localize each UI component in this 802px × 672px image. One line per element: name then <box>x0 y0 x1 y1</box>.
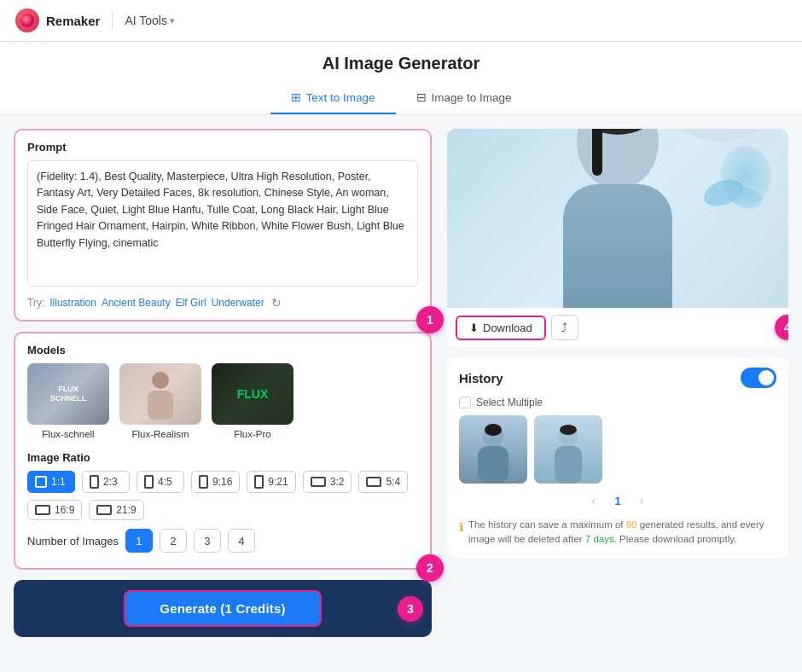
ratio-btn-1-1[interactable]: 1:1 <box>27 471 75 493</box>
prompt-label: Prompt <box>27 141 418 154</box>
person-silhouette <box>139 368 182 420</box>
ratio-label-16-9: 16:9 <box>55 504 74 516</box>
ratio-label-1-1: 1:1 <box>51 476 66 488</box>
ratio-btn-4-5[interactable]: 4:5 <box>137 471 184 493</box>
svg-rect-21 <box>555 446 582 484</box>
model-name-flux-schnell: Flux-schnell <box>42 429 94 439</box>
tab-image-to-image[interactable]: ⊟ Image to Image <box>396 84 532 114</box>
history-header: History <box>459 368 776 388</box>
history-thumb-1-svg <box>459 415 527 484</box>
num-btn-4[interactable]: 4 <box>228 529 255 553</box>
generated-image-svg <box>447 129 788 308</box>
generate-button[interactable]: Generate (1 Credits) <box>124 590 321 627</box>
try-tag-elf-girl[interactable]: Elf Girl <box>176 297 206 309</box>
ratio-box-icon <box>199 475 208 489</box>
num-btn-2[interactable]: 2 <box>160 529 187 553</box>
history-info-prefix: The history can save a maximum of <box>468 519 626 530</box>
svg-point-22 <box>560 425 577 435</box>
model-card-flux-pro[interactable]: FLUX Flux-Pro <box>212 363 293 439</box>
ratio-btn-21-9[interactable]: 21:9 <box>89 500 143 520</box>
tab-text-to-image-label: Text to Image <box>306 91 375 104</box>
ratio-label-9-21: 9:21 <box>268 476 288 488</box>
try-label: Try: <box>27 297 44 309</box>
ratio-grid: 1:1 2:3 4:5 9:16 9:21 <box>27 471 418 520</box>
history-pagination: ‹ 1 › <box>459 492 776 509</box>
history-info-text: The history can save a maximum of 80 gen… <box>468 518 776 547</box>
image-download-bar: ⬇ Download ⤴ 4 <box>447 308 788 347</box>
prompt-section: Prompt (Fidelity: 1.4), Best Quality, Ma… <box>14 129 432 322</box>
nav-tools[interactable]: AI Tools ▾ <box>125 14 175 27</box>
models-grid: FLUXSCHNELL Flux-schnell F <box>27 363 418 439</box>
select-multiple-checkbox[interactable] <box>459 397 471 408</box>
flux-schnell-text: FLUXSCHNELL <box>50 385 87 403</box>
page-number: 1 <box>609 495 626 507</box>
ratio-btn-9-16[interactable]: 9:16 <box>191 471 240 493</box>
ratio-label-21-9: 21:9 <box>116 504 136 516</box>
history-info-suffix: . Please download promptly. <box>614 534 737 544</box>
ratio-box-icon <box>366 477 381 487</box>
ratio-box-icon <box>90 475 99 489</box>
nav-divider <box>112 11 113 30</box>
refresh-icon[interactable]: ↻ <box>271 296 282 310</box>
history-info-days: 7 days <box>585 534 614 544</box>
page-prev-arrow[interactable]: ‹ <box>586 492 601 509</box>
model-card-flux-realism[interactable]: Flux-Realism <box>119 363 201 439</box>
share-button[interactable]: ⤴ <box>551 315 578 340</box>
history-title: History <box>459 371 503 385</box>
num-images-row: Number of Images 1 2 3 4 <box>27 529 418 553</box>
badge-3: 3 <box>398 596 423 622</box>
select-multiple-label: Select Multiple <box>476 397 543 408</box>
page-next-arrow[interactable]: › <box>635 492 649 509</box>
flux-pro-text: FLUX <box>237 387 269 401</box>
tab-text-to-image[interactable]: ⊞ Text to Image <box>270 84 396 114</box>
history-thumb-1[interactable] <box>459 415 527 484</box>
model-thumb-flux-pro: FLUX <box>212 363 293 425</box>
ratio-btn-9-21[interactable]: 9:21 <box>247 471 295 493</box>
svg-point-1 <box>152 372 169 389</box>
ratio-label-4-5: 4:5 <box>158 476 172 488</box>
try-tag-underwater[interactable]: Underwater <box>212 297 264 309</box>
model-thumb-flux-realism <box>119 363 201 425</box>
svg-rect-17 <box>478 446 509 484</box>
right-panel: ⬇ Download ⤴ 4 History Select Multiple <box>432 129 788 664</box>
image-ratio-label: Image Ratio <box>27 451 418 464</box>
num-btn-1[interactable]: 1 <box>125 529 153 553</box>
ratio-label-2-3: 2:3 <box>103 476 118 488</box>
ratio-box-icon <box>35 505 50 515</box>
history-section: History Select Multiple <box>447 357 788 558</box>
model-name-flux-pro: Flux-Pro <box>234 429 270 439</box>
prompt-try-row: Try: Illustration Ancient Beauty Elf Gir… <box>27 296 418 310</box>
page-title: AI Image Generator <box>0 42 802 78</box>
generated-image-box: ⬇ Download ⤴ 4 <box>447 129 788 347</box>
ratio-btn-3-2[interactable]: 3:2 <box>303 471 352 493</box>
logo-icon <box>15 9 39 32</box>
tabs-bar: ⊞ Text to Image ⊟ Image to Image <box>0 78 802 115</box>
ratio-label-5-4: 5:4 <box>386 476 400 488</box>
image-icon: ⊟ <box>416 90 427 104</box>
svg-point-0 <box>20 14 34 27</box>
download-button[interactable]: ⬇ Download <box>456 316 546 340</box>
nav-tools-label: AI Tools <box>125 14 167 27</box>
prompt-input[interactable]: (Fidelity: 1.4), Best Quality, Masterpie… <box>27 160 418 287</box>
download-label: Download <box>483 322 532 334</box>
history-thumb-2[interactable] <box>534 415 602 484</box>
history-info-count: 80 <box>626 519 637 530</box>
ratio-box-icon <box>35 476 47 488</box>
ratio-btn-2-3[interactable]: 2:3 <box>82 471 130 493</box>
svg-rect-2 <box>148 391 173 420</box>
ratio-box-icon <box>96 505 112 515</box>
ratio-btn-5-4[interactable]: 5:4 <box>358 471 408 493</box>
info-icon: ℹ <box>459 518 463 536</box>
badge-4: 4 <box>775 315 788 340</box>
history-thumbs <box>459 415 776 484</box>
ratio-box-icon <box>254 475 264 489</box>
num-btn-3[interactable]: 3 <box>194 529 221 553</box>
model-card-flux-schnell[interactable]: FLUXSCHNELL Flux-schnell <box>27 363 109 439</box>
ratio-btn-16-9[interactable]: 16:9 <box>27 500 82 520</box>
share-icon: ⤴ <box>561 321 567 334</box>
history-thumb-2-svg <box>534 415 602 484</box>
try-tag-illustration[interactable]: Illustration <box>49 297 96 309</box>
chevron-down-icon: ▾ <box>170 15 175 26</box>
try-tag-ancient-beauty[interactable]: Ancient Beauty <box>102 297 171 309</box>
history-toggle[interactable] <box>741 368 776 388</box>
